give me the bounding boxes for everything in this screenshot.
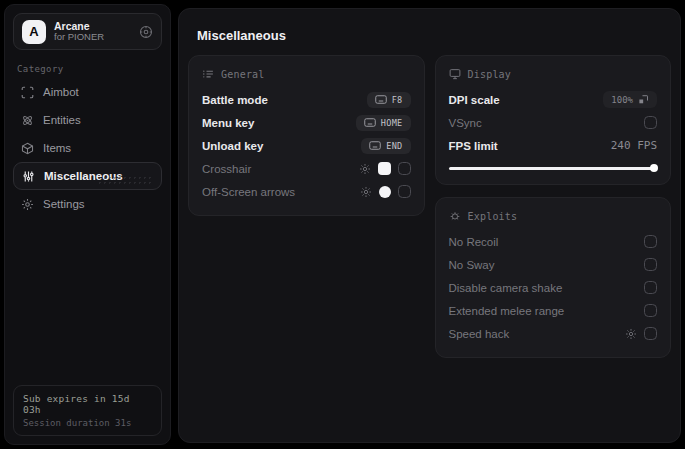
speed-hack-checkbox[interactable] bbox=[644, 327, 657, 340]
battle-mode-row: Battle mode F8 bbox=[202, 88, 411, 111]
no-recoil-label: No Recoil bbox=[449, 236, 499, 248]
keybind-value: END bbox=[386, 141, 402, 151]
display-card-title: Display bbox=[468, 69, 512, 80]
offscreen-arrows-row: Off-Screen arrows bbox=[202, 180, 411, 203]
speed-hack-label: Speed hack bbox=[449, 328, 510, 340]
menu-key-label: Menu key bbox=[202, 117, 254, 129]
fps-limit-value: 240 FPS bbox=[611, 139, 657, 152]
speed-hack-row: Speed hack bbox=[449, 322, 658, 345]
crosshair-label: Crosshair bbox=[202, 163, 251, 175]
main-panel: Miscellaneous General B bbox=[178, 8, 681, 443]
vsync-row: VSync bbox=[449, 111, 658, 134]
gear-icon bbox=[21, 198, 34, 211]
crosshair-checkbox[interactable] bbox=[398, 162, 411, 175]
page-title: Miscellaneous bbox=[197, 28, 671, 43]
offscreen-arrows-label: Off-Screen arrows bbox=[202, 186, 295, 198]
selected-item-texture bbox=[97, 175, 153, 185]
keyboard-icon bbox=[364, 118, 376, 127]
offscreen-arrows-checkbox[interactable] bbox=[398, 185, 411, 198]
sidebar-item-label: Aimbot bbox=[43, 86, 79, 98]
monitor-icon bbox=[449, 68, 461, 80]
slider-track bbox=[449, 167, 658, 170]
exploits-card-header: Exploits bbox=[449, 210, 658, 222]
scale-icon bbox=[638, 94, 649, 105]
sliders-icon bbox=[22, 170, 35, 183]
list-icon bbox=[202, 68, 214, 80]
no-recoil-checkbox[interactable] bbox=[644, 235, 657, 248]
unload-key-row: Unload key END bbox=[202, 134, 411, 157]
sidebar-item-label: Items bbox=[43, 142, 71, 154]
app-logo: A bbox=[22, 20, 46, 44]
gear-icon[interactable] bbox=[359, 163, 371, 175]
disable-camera-shake-checkbox[interactable] bbox=[644, 281, 657, 294]
extended-melee-range-label: Extended melee range bbox=[449, 305, 565, 317]
app-subtitle: for PIONER bbox=[54, 32, 131, 43]
menu-key-row: Menu key HOME bbox=[202, 111, 411, 134]
keyboard-icon bbox=[375, 95, 387, 104]
sidebar: A Arcane for PIONER Category Aimbot bbox=[4, 4, 171, 445]
sidebar-item-label: Settings bbox=[43, 198, 85, 210]
vsync-label: VSync bbox=[449, 117, 482, 129]
dpi-scale-row: DPI scale 100% bbox=[449, 88, 658, 111]
sidebar-nav: Aimbot Entities Items bbox=[13, 78, 162, 218]
battle-mode-keybind[interactable]: F8 bbox=[367, 92, 411, 108]
exploits-card-title: Exploits bbox=[468, 211, 518, 222]
gear-icon[interactable] bbox=[625, 328, 637, 340]
atom-icon bbox=[21, 114, 34, 127]
vsync-checkbox[interactable] bbox=[644, 116, 657, 129]
sidebar-item-miscellaneous[interactable]: Miscellaneous bbox=[13, 162, 162, 190]
fps-limit-label: FPS limit bbox=[449, 140, 498, 152]
keybind-value: HOME bbox=[381, 118, 403, 128]
offscreen-arrows-color-swatch[interactable] bbox=[379, 186, 391, 198]
battle-mode-label: Battle mode bbox=[202, 94, 268, 106]
gear-icon[interactable] bbox=[139, 25, 153, 39]
fps-limit-row: FPS limit 240 FPS bbox=[449, 134, 658, 157]
session-duration-text: Session duration 31s bbox=[23, 418, 152, 428]
display-card: Display DPI scale 100% bbox=[435, 55, 672, 185]
extended-melee-range-checkbox[interactable] bbox=[644, 304, 657, 317]
app-titles: Arcane for PIONER bbox=[54, 20, 131, 43]
general-card: General Battle mode F8 Menu key bbox=[188, 55, 425, 216]
dpi-scale-value: 100% bbox=[611, 95, 633, 105]
extended-melee-range-row: Extended melee range bbox=[449, 299, 658, 322]
menu-key-keybind[interactable]: HOME bbox=[356, 115, 411, 131]
display-card-header: Display bbox=[449, 68, 658, 80]
bug-icon bbox=[449, 210, 461, 222]
disable-camera-shake-label: Disable camera shake bbox=[449, 282, 563, 294]
sidebar-item-items[interactable]: Items bbox=[13, 134, 162, 162]
unload-key-label: Unload key bbox=[202, 140, 263, 152]
sidebar-item-aimbot[interactable]: Aimbot bbox=[13, 78, 162, 106]
keyboard-icon bbox=[369, 141, 381, 150]
category-label: Category bbox=[17, 64, 158, 74]
subscription-status: Sub expires in 15d 03h Session duration … bbox=[13, 385, 162, 436]
disable-camera-shake-row: Disable camera shake bbox=[449, 276, 658, 299]
exploits-card: Exploits No Recoil No Sway Disable camer… bbox=[435, 197, 672, 358]
sidebar-item-label: Entities bbox=[43, 114, 81, 126]
general-card-title: General bbox=[221, 69, 265, 80]
no-recoil-row: No Recoil bbox=[449, 230, 658, 253]
general-card-header: General bbox=[202, 68, 411, 80]
crosshair-row: Crosshair bbox=[202, 157, 411, 180]
no-sway-label: No Sway bbox=[449, 259, 495, 271]
dpi-scale-select[interactable]: 100% bbox=[603, 91, 657, 108]
no-sway-checkbox[interactable] bbox=[644, 258, 657, 271]
gear-icon[interactable] bbox=[360, 186, 372, 198]
unload-key-keybind[interactable]: END bbox=[361, 138, 410, 154]
crosshair-color-swatch[interactable] bbox=[378, 162, 391, 175]
fps-limit-slider[interactable] bbox=[449, 164, 658, 172]
scan-icon bbox=[21, 86, 34, 99]
sidebar-item-entities[interactable]: Entities bbox=[13, 106, 162, 134]
box-icon bbox=[21, 142, 34, 155]
no-sway-row: No Sway bbox=[449, 253, 658, 276]
slider-knob[interactable] bbox=[650, 164, 658, 172]
dpi-scale-label: DPI scale bbox=[449, 94, 500, 106]
sub-expiry-text: Sub expires in 15d 03h bbox=[23, 393, 152, 415]
app-header: A Arcane for PIONER bbox=[13, 13, 162, 50]
keybind-value: F8 bbox=[392, 95, 403, 105]
sidebar-item-settings[interactable]: Settings bbox=[13, 190, 162, 218]
